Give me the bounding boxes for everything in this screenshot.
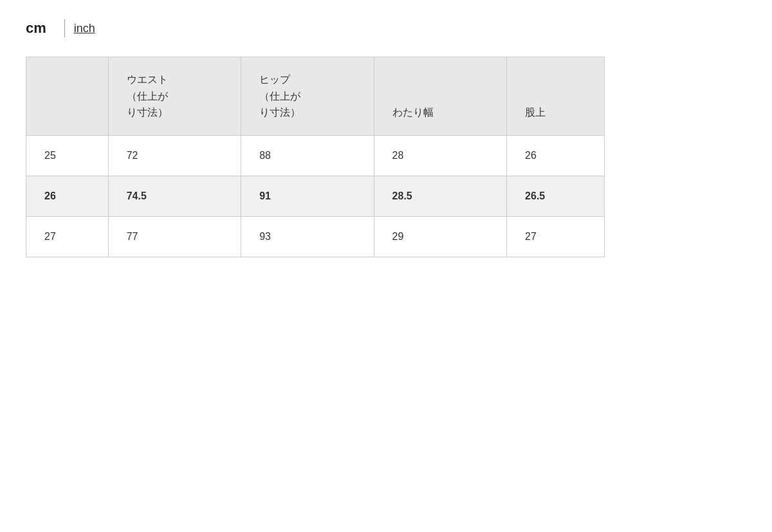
cell-size: 26 — [26, 176, 109, 216]
table-header-row: ウエスト（仕上がり寸法） ヒップ（仕上がり寸法） わたり幅 股上 — [26, 57, 605, 136]
table-row: 2777932927 — [26, 216, 605, 257]
cell-inseam: 27 — [507, 216, 605, 257]
cell-thigh: 29 — [374, 216, 506, 257]
cell-waist: 72 — [108, 135, 241, 176]
cell-waist: 74.5 — [108, 176, 241, 216]
table-row: 2572882826 — [26, 135, 605, 176]
inch-unit-button[interactable]: inch — [74, 22, 95, 35]
size-chart-table: ウエスト（仕上がり寸法） ヒップ（仕上がり寸法） わたり幅 股上 2572882… — [26, 57, 605, 257]
table-row: 2674.59128.526.5 — [26, 176, 605, 216]
header-hip: ヒップ（仕上がり寸法） — [241, 57, 374, 136]
cell-hip: 93 — [241, 216, 374, 257]
header-waist: ウエスト（仕上がり寸法） — [108, 57, 241, 136]
header-thigh: わたり幅 — [374, 57, 506, 136]
unit-switcher: cm inch — [26, 19, 746, 37]
cell-waist: 77 — [108, 216, 241, 257]
cell-size: 27 — [26, 216, 109, 257]
unit-divider — [64, 19, 65, 37]
header-size — [26, 57, 109, 136]
cell-size: 25 — [26, 135, 109, 176]
cell-inseam: 26.5 — [507, 176, 605, 216]
cell-thigh: 28.5 — [374, 176, 506, 216]
cell-hip: 91 — [241, 176, 374, 216]
cell-hip: 88 — [241, 135, 374, 176]
cell-inseam: 26 — [507, 135, 605, 176]
cm-unit-button[interactable]: cm — [26, 20, 55, 37]
header-inseam: 股上 — [507, 57, 605, 136]
cell-thigh: 28 — [374, 135, 506, 176]
